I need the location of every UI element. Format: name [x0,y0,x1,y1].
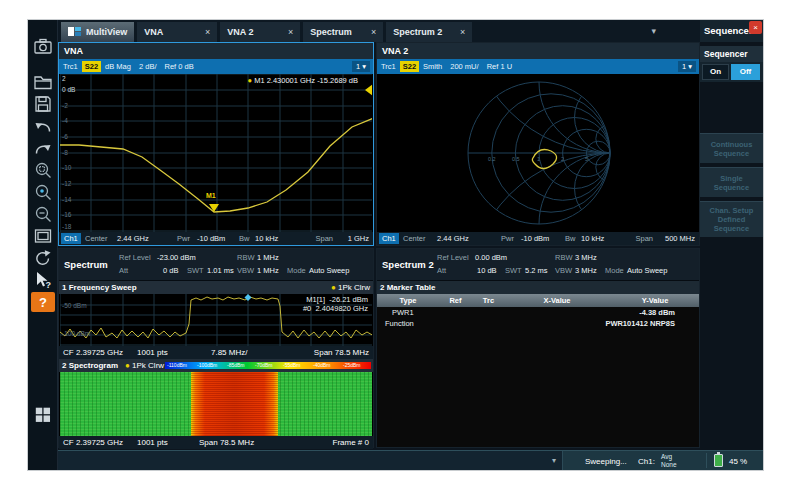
spectrogram-area[interactable] [60,372,372,436]
sparam-chip: S22 [400,61,419,72]
zoom-select-button[interactable] [31,160,55,180]
y-axis-label: -8 [62,149,68,156]
center-value: 2.44 GHz [437,232,469,245]
center-label: Center [403,232,426,245]
vna-plot-area[interactable]: 2 0 dB -2 -4 -6 -8 -10 -12 -14 -16 -18 ●… [60,74,372,232]
y-axis-label: -50 dBm [62,302,87,309]
close-tab-icon[interactable]: × [288,27,293,37]
trace-mode-tag: ● 1Pk Clrw [125,359,164,372]
window-title: Spectrum 2 [382,259,434,270]
sequencer-off-button[interactable]: Off [731,64,760,80]
window-title: Spectrum [64,259,108,270]
avg-label: Avg [661,453,677,461]
mode-value: Auto Sweep [627,266,667,275]
svg-text:?: ? [46,280,52,290]
frame-value: Frame # 0 [333,436,369,449]
single-sequence-button[interactable]: Single Sequence [700,167,763,197]
y-axis-label: -6 [62,133,68,140]
vna-trace-settings-bar[interactable]: Trc1S22dB Mag2 dB/Ref 0 dB 1 ▾ [59,59,373,74]
span-value: 1 GHz [348,232,369,245]
ref-level-value: 0.00 dBm [475,253,507,262]
tab-spectrum2[interactable]: Spectrum 2 × [386,22,472,42]
tab-spectrum[interactable]: Spectrum × [303,22,383,42]
display-frame-button[interactable] [31,226,55,246]
marker-table-row[interactable]: PWR1 -4.38 dBm [377,307,699,318]
channel-tab-bar: MultiView VNA × VNA 2 × Spectrum × Spect… [58,20,700,42]
windows-start-button[interactable] [31,404,55,424]
vna2-trace-settings-bar[interactable]: Trc1S22Smith200 mU/Ref 1 U 1 ▾ [377,59,699,74]
spectrogram-titlebar[interactable]: 2 Spectrogram ● 1Pk Clrw -110dBm -100dBm… [59,359,373,372]
smith-chart-area[interactable]: 0.2 0.5 1 2 5 [378,74,698,232]
multiview-grid-icon [68,27,81,38]
y-axis-label: -2 [62,102,68,109]
channel-indicator: Ch1: [638,457,655,466]
y-axis-label: -100 dBm [62,330,90,337]
spectrogram-colormap: -110dBm -100dBm -85dBm -70dBm -55dBm -40… [165,362,371,369]
redo-button[interactable] [31,138,55,158]
zoom-point-button[interactable] [31,182,55,202]
y-axis-label: 0 dB [62,86,75,93]
spectrum2-header: Spectrum 2 Ref Level 0.00 dBm RBW 3 MHz … [377,249,699,281]
vna-window: VNA Trc1S22dB Mag2 dB/Ref 0 dB 1 ▾ 2 0 d… [58,42,374,246]
att-label: Att [437,266,446,275]
marker-y-value: -15.2689 dB [317,76,358,85]
status-message-area[interactable]: ▾ [58,451,563,470]
close-softkey-panel-button[interactable]: × [749,21,762,34]
colormap-label: -40dBm [313,362,331,369]
swt-value: 5.2 ms [525,266,548,275]
rbw-value: 3 MHz [575,253,597,262]
colormap-label: -85dBm [227,362,245,369]
col-y-value: Y-Value [609,294,701,307]
smith-axis-label: 0.5 [512,156,520,162]
undo-button[interactable] [31,116,55,136]
channel-chip[interactable]: Ch1 [61,233,81,244]
vbw-label: VBW [237,266,254,275]
cursor-help-icon: ? [33,270,53,290]
continuous-sequence-button[interactable]: Continuous Sequence [700,133,763,163]
context-help-button[interactable]: ? [31,270,55,290]
y-axis-label: -14 [62,196,71,203]
marker-x-value: 2.430001 GHz [267,76,315,85]
marker-table-row[interactable]: Function PWR101412 NRP8S [377,318,699,329]
frequency-sweep-titlebar[interactable]: 1 Frequency Sweep ● 1Pk Clrw [59,281,373,294]
chan-setup-defined-sequence-button[interactable]: Chan. Setup Defined Sequence [700,201,763,237]
vna2-channel-footer[interactable]: Ch1 Center 2.44 GHz Pwr -10 dBm Bw 10 kH… [377,232,699,245]
tab-vna2[interactable]: VNA 2 × [220,22,300,42]
marker-m1-label: M1 [206,192,216,199]
refresh-button[interactable] [31,248,55,268]
channel-chip[interactable]: Ch1 [379,233,399,244]
redo-arrow-icon [33,138,53,158]
trace-view-selector[interactable]: 1 ▾ [352,61,370,72]
tab-label: VNA 2 [227,27,253,37]
spectrum-plot-area[interactable]: -50 dBm -100 dBm M1[1] -26.21 dBm #0 2.4… [60,294,372,346]
open-file-button[interactable] [31,72,55,92]
screenshot-button[interactable] [31,36,55,56]
swt-value: 1.01 ms [207,266,234,275]
close-tab-icon[interactable]: × [205,27,210,37]
trace-bullet: ● [331,283,336,292]
tab-vna[interactable]: VNA × [137,22,217,42]
tab-overflow-caret[interactable]: ▾ [651,26,656,36]
sequencer-onoff-group: On Off [700,62,763,82]
vbw-label: VBW [555,266,572,275]
tab-label: VNA [144,27,163,37]
close-tab-icon[interactable]: × [371,27,376,37]
vna-channel-footer[interactable]: Ch1 Center 2.44 GHz Pwr -10 dBm Bw 10 kH… [59,232,373,245]
smith-axis-label: 0.2 [488,156,496,162]
marker-frequency: 2.4049820 GHz [315,304,368,313]
close-tab-icon[interactable]: × [460,27,465,37]
zoom-off-button[interactable] [31,204,55,224]
spectrum2-window: Spectrum 2 Ref Level 0.00 dBm RBW 3 MHz … [376,248,700,448]
bw-value: 10 kHz [581,232,604,245]
marker-level: -26.21 dBm [329,295,368,304]
tab-multiview[interactable]: MultiView [61,22,134,42]
vna2-window: VNA 2 Trc1S22Smith200 mU/Ref 1 U 1 ▾ [376,42,700,246]
save-button[interactable] [31,94,55,114]
sequencer-on-button[interactable]: On [702,64,729,80]
instrument-screen: ? ? MultiView VNA × VNA 2 × Spectrum × S… [28,20,763,470]
help-button[interactable]: ? [31,292,55,312]
smith-chart: 0.2 0.5 1 2 5 [378,74,698,232]
status-dropdown-caret[interactable]: ▾ [552,456,556,465]
rbw-value: 1 MHz [257,253,279,262]
trace-view-selector[interactable]: 1 ▾ [678,61,696,72]
